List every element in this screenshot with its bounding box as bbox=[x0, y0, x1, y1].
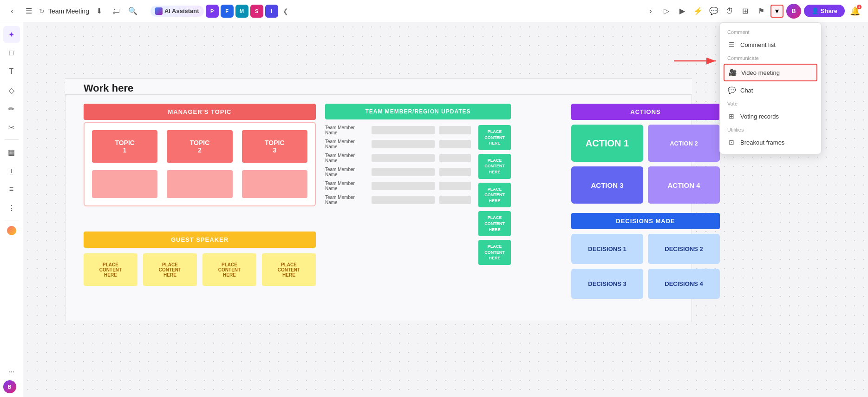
voting-records-item[interactable]: ⊞ Voting records bbox=[720, 108, 821, 124]
guest-speaker-header: GUEST SPEAKER bbox=[84, 232, 316, 248]
refresh-icon: ↻ bbox=[39, 7, 45, 15]
sidebar-tool-lines[interactable]: ≡ bbox=[3, 181, 20, 198]
sidebar-tool-textformat[interactable]: T̲ bbox=[3, 162, 20, 179]
team-member-name-3: Team Member Name bbox=[325, 153, 367, 163]
action-card-1[interactable]: ACTION 1 bbox=[571, 125, 643, 162]
sidebar-tool-sticky[interactable]: ◇ bbox=[3, 82, 20, 99]
managers-topic-box: TOPIC1 TOPIC2 TOPIC3 bbox=[84, 122, 316, 206]
chat-icon: 💬 bbox=[727, 86, 736, 94]
topbar-left: ‹ ☰ ↻ Team Meeting ⬇ 🏷 🔍 bbox=[6, 5, 139, 18]
sidebar-more-button[interactable]: ··· bbox=[3, 364, 20, 380]
sidebar-tool-frame[interactable]: □ bbox=[3, 45, 20, 61]
team-member-name-1: Team Member Name bbox=[325, 125, 367, 135]
play-button[interactable]: ▶ bbox=[676, 5, 689, 18]
team-row-1: Team Member Name bbox=[325, 125, 471, 135]
sidebar-tool-dots[interactable]: ⋮ bbox=[3, 199, 20, 216]
spark-button[interactable]: ⚡ bbox=[692, 5, 705, 18]
decision-card-2-label: DECISIONS 2 bbox=[665, 245, 703, 252]
decision-card-3[interactable]: DECISIONS 3 bbox=[571, 269, 643, 299]
topic-cards-row: TOPIC1 TOPIC2 TOPIC3 bbox=[92, 130, 307, 163]
topic-sub-card-1[interactable] bbox=[92, 170, 157, 198]
team-bar-2b bbox=[439, 140, 471, 148]
team-bar-3a bbox=[372, 154, 435, 162]
managers-topic-header: MANAGER'S TOPIC bbox=[84, 104, 316, 120]
notification-badge: 1 bbox=[857, 5, 861, 9]
flag-button[interactable]: ⚑ bbox=[755, 5, 768, 18]
back-button[interactable]: ‹ bbox=[6, 5, 19, 18]
sidebar-tool-pointer[interactable]: ✦ bbox=[3, 26, 20, 43]
sidebar-avatar[interactable]: B bbox=[3, 380, 16, 393]
guest-card-4[interactable]: PLACECONTENTHERE bbox=[262, 253, 316, 286]
decision-card-3-label: DECISIONS 3 bbox=[588, 280, 626, 287]
comment-list-item[interactable]: ☰ Comment list bbox=[720, 37, 821, 53]
guest-card-3[interactable]: PLACECONTENTHERE bbox=[202, 253, 256, 286]
topic-card-2[interactable]: TOPIC2 bbox=[167, 130, 232, 163]
place-content-btn-1[interactable]: PLACECONTENTHERE bbox=[478, 125, 511, 150]
topbar-center: AI Assistant P F M S i ❮ bbox=[150, 5, 291, 18]
breakout-frames-item[interactable]: ⊡ Breakout frames bbox=[720, 134, 821, 150]
action-card-3[interactable]: ACTION 3 bbox=[571, 166, 643, 204]
comment-section-label: Comment bbox=[720, 26, 821, 37]
more-dropdown-button[interactable]: ▾ bbox=[770, 5, 783, 18]
grid-button[interactable]: ⊞ bbox=[739, 5, 752, 18]
arrow-right-button[interactable]: › bbox=[644, 5, 657, 18]
topbar: ‹ ☰ ↻ Team Meeting ⬇ 🏷 🔍 AI Assistant P … bbox=[0, 0, 868, 22]
guest-card-2[interactable]: PLACECONTENTHERE bbox=[143, 253, 197, 286]
team-member-name-6: Team Member Name bbox=[325, 195, 367, 205]
decision-card-1[interactable]: DECISIONS 1 bbox=[571, 234, 643, 264]
plugin-icon-pink[interactable]: S bbox=[250, 5, 263, 18]
topic-sub-card-2[interactable] bbox=[167, 170, 232, 198]
topic-sub-cards-row bbox=[92, 170, 307, 198]
tag-button[interactable]: 🏷 bbox=[110, 5, 123, 18]
chat-item[interactable]: 💬 Chat bbox=[720, 82, 821, 98]
search-button[interactable]: 🔍 bbox=[126, 5, 139, 18]
action-card-2[interactable]: ACTION 2 bbox=[648, 125, 720, 162]
chat-label: Chat bbox=[740, 87, 753, 94]
action-card-4[interactable]: ACTION 4 bbox=[648, 166, 720, 204]
place-content-btn-4[interactable]: PLACECONTENTHERE bbox=[478, 211, 511, 236]
decision-card-4[interactable]: DECISIONS 4 bbox=[648, 269, 720, 299]
plugin-icon-teal[interactable]: M bbox=[235, 5, 248, 18]
decisions-section: DECISIONS MADE DECISIONS 1 DECISIONS 2 D… bbox=[571, 213, 720, 299]
sidebar-divider-2 bbox=[5, 220, 19, 220]
plugin-icon-indigo[interactable]: i bbox=[265, 5, 278, 18]
voting-icon: ⊞ bbox=[727, 112, 736, 120]
timer-button[interactable]: ⏱ bbox=[723, 5, 736, 18]
place-content-btn-2[interactable]: PLACECONTENTHERE bbox=[478, 154, 511, 179]
collapse-button[interactable]: ❮ bbox=[280, 6, 291, 17]
download-button[interactable]: ⬇ bbox=[93, 5, 106, 18]
place-content-buttons: PLACECONTENTHERE PLACECONTENTHERE PLACEC… bbox=[475, 125, 511, 265]
actions-header: ACTIONS bbox=[571, 104, 720, 120]
team-member-table: Team Member Name Team Member Name Team M… bbox=[325, 125, 511, 265]
team-bar-5a bbox=[372, 182, 435, 190]
place-content-btn-5[interactable]: PLACECONTENTHERE bbox=[478, 240, 511, 265]
chat-button[interactable]: 💬 bbox=[707, 5, 720, 18]
present-button[interactable]: ▷ bbox=[660, 5, 673, 18]
document-title[interactable]: Team Meeting bbox=[48, 7, 89, 15]
team-member-section: TEAM MEMBER/REGION UPDATES Team Member N… bbox=[325, 104, 511, 265]
action-card-4-label: ACTION 4 bbox=[667, 181, 700, 189]
team-row-3: Team Member Name bbox=[325, 153, 471, 163]
team-row-5: Team Member Name bbox=[325, 181, 471, 191]
decision-card-2[interactable]: DECISIONS 2 bbox=[648, 234, 720, 264]
sidebar-tool-text[interactable]: T bbox=[3, 63, 20, 80]
plugin-icon-purple[interactable]: P bbox=[206, 5, 219, 18]
decisions-header: DECISIONS MADE bbox=[571, 213, 720, 229]
guest-card-1[interactable]: PLACECONTENTHERE bbox=[84, 253, 137, 286]
color-swatch[interactable] bbox=[7, 226, 16, 235]
notification-button[interactable]: 🔔 1 bbox=[848, 4, 862, 19]
sidebar-tool-scissors[interactable]: ✂ bbox=[3, 119, 20, 136]
user-avatar[interactable]: B bbox=[786, 4, 801, 19]
place-content-btn-3[interactable]: PLACECONTENTHERE bbox=[478, 183, 511, 208]
topic-card-1[interactable]: TOPIC1 bbox=[92, 130, 157, 163]
utilities-section-label: Utilities bbox=[720, 124, 821, 134]
sidebar-tool-grid[interactable]: ▦ bbox=[3, 144, 20, 160]
share-button[interactable]: 👤 Share bbox=[804, 5, 845, 17]
sidebar-tool-draw[interactable]: ✏ bbox=[3, 100, 20, 117]
plugin-icon-blue[interactable]: F bbox=[221, 5, 234, 18]
ai-assistant-button[interactable]: AI Assistant bbox=[150, 6, 204, 17]
topic-card-3[interactable]: TOPIC3 bbox=[242, 130, 307, 163]
topic-sub-card-3[interactable] bbox=[242, 170, 307, 198]
video-meeting-item[interactable]: 🎥 Video meeting bbox=[724, 64, 817, 81]
menu-button[interactable]: ☰ bbox=[22, 5, 35, 18]
